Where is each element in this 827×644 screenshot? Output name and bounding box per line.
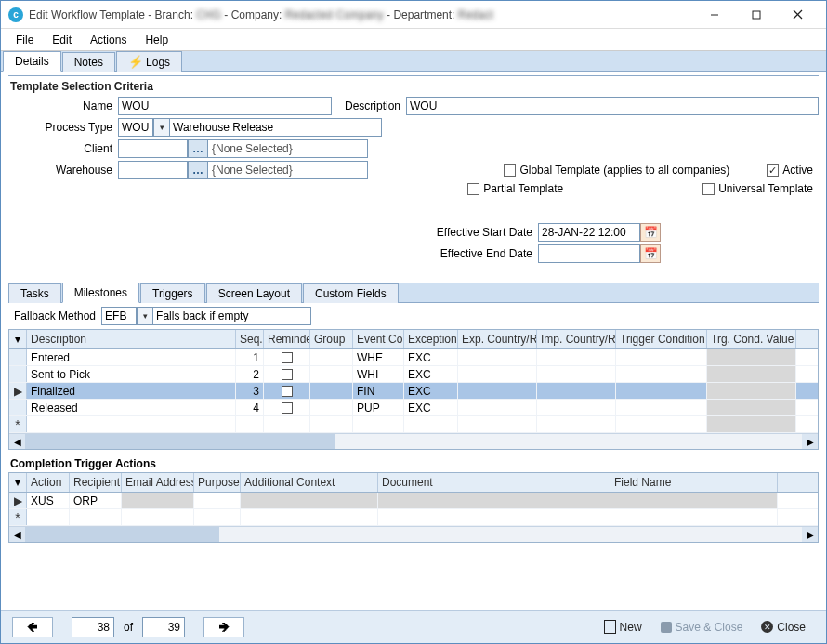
col-document[interactable]: Document	[378, 473, 610, 492]
cta-grid-corner-menu[interactable]: ▾	[9, 473, 27, 492]
warehouse-lookup-button[interactable]: …	[188, 161, 208, 179]
cell-trigger-condition[interactable]	[616, 383, 707, 399]
milestones-hscroll[interactable]: ◀ ▶	[9, 433, 818, 449]
cta-scroll-right-button[interactable]: ▶	[802, 527, 818, 543]
cell-exp-country[interactable]	[458, 416, 537, 432]
col-trg-cond-value[interactable]: Trg. Cond. Value	[707, 330, 796, 348]
cell-trigger-condition[interactable]	[616, 366, 707, 382]
milestone-row[interactable]: Entered1WHEEXC	[9, 349, 818, 366]
milestone-new-row[interactable]: *	[9, 416, 818, 433]
cell-imp-country[interactable]	[537, 349, 616, 365]
process-type-dropdown[interactable]: ▾	[153, 118, 170, 137]
col-group[interactable]: Group	[310, 330, 353, 348]
cell-event-code[interactable]: FIN	[353, 383, 404, 399]
cell-purpose[interactable]	[194, 493, 241, 508]
col-additional-context[interactable]: Additional Context	[241, 473, 378, 492]
cell-trg-cond-value[interactable]	[707, 349, 796, 365]
col-exp-country[interactable]: Exp. Country/R	[458, 330, 537, 348]
scroll-left-button[interactable]: ◀	[9, 434, 25, 450]
tab-details[interactable]: Details	[3, 51, 61, 72]
reminder-checkbox[interactable]	[282, 402, 293, 414]
tab-screen-layout[interactable]: Screen Layout	[206, 283, 302, 303]
cell-seq[interactable]: 4	[236, 400, 264, 415]
name-input[interactable]	[118, 97, 332, 115]
eff-start-input[interactable]	[538, 223, 640, 242]
description-input[interactable]	[406, 97, 819, 115]
cell-reminder[interactable]	[264, 400, 310, 415]
cell-trigger-condition[interactable]	[616, 416, 707, 432]
row-indicator[interactable]	[9, 349, 27, 365]
eff-end-calendar-button[interactable]: 📅	[640, 244, 661, 263]
menu-help[interactable]: Help	[136, 31, 177, 49]
cell-reminder[interactable]	[264, 349, 310, 365]
row-indicator[interactable]: ▶	[9, 383, 27, 399]
cell-event-code[interactable]: PUP	[353, 400, 404, 415]
cell-email[interactable]	[122, 493, 194, 508]
col-field-name[interactable]: Field Name	[610, 473, 778, 492]
cell-field-name[interactable]	[610, 509, 778, 525]
cell-group[interactable]	[310, 349, 353, 365]
close-window-button[interactable]	[777, 2, 819, 28]
cell-description[interactable]: Released	[27, 400, 236, 415]
cell-exception[interactable]	[404, 416, 458, 432]
col-event-code[interactable]: Event Co	[353, 330, 404, 348]
reminder-checkbox[interactable]	[282, 352, 293, 363]
next-record-button[interactable]: 🡺	[203, 617, 244, 637]
row-indicator[interactable]	[9, 400, 27, 415]
reminder-checkbox[interactable]	[282, 386, 293, 397]
cell-group[interactable]	[310, 400, 353, 415]
active-checkbox[interactable]	[767, 164, 779, 177]
tab-logs[interactable]: ⚡Logs	[116, 51, 182, 72]
cell-trigger-condition[interactable]	[616, 349, 707, 365]
client-input[interactable]	[118, 139, 188, 158]
cell-event-code[interactable]: WHE	[353, 349, 404, 365]
client-lookup-button[interactable]: …	[188, 139, 208, 158]
row-indicator[interactable]	[9, 366, 27, 382]
tab-notes[interactable]: Notes	[62, 52, 115, 72]
eff-start-calendar-button[interactable]: 📅	[640, 223, 661, 242]
cell-additional-context[interactable]	[241, 509, 378, 525]
cell-exception[interactable]: EXC	[404, 366, 458, 382]
new-row-indicator[interactable]: *	[9, 416, 27, 432]
cell-seq[interactable]	[236, 416, 264, 432]
tab-triggers[interactable]: Triggers	[140, 283, 205, 303]
cta-scroll-thumb[interactable]	[25, 527, 219, 542]
cta-new-row[interactable]: *	[9, 509, 818, 526]
cell-group[interactable]	[310, 383, 353, 399]
cell-imp-country[interactable]	[537, 383, 616, 399]
menu-file[interactable]: File	[7, 31, 43, 49]
milestone-row[interactable]: Sent to Pick2WHIEXC	[9, 366, 818, 383]
cta-hscroll[interactable]: ◀ ▶	[9, 526, 818, 542]
cell-additional-context[interactable]	[241, 493, 378, 508]
col-action[interactable]: Action	[27, 473, 70, 492]
save-close-button[interactable]: Save & Close	[651, 618, 753, 637]
cell-document[interactable]	[378, 509, 610, 525]
tab-milestones[interactable]: Milestones	[62, 283, 139, 303]
cell-seq[interactable]: 3	[236, 383, 264, 399]
cell-reminder[interactable]	[264, 416, 310, 432]
cell-imp-country[interactable]	[537, 416, 616, 432]
col-reminder[interactable]: Reminder	[264, 330, 310, 348]
fallback-dropdown[interactable]: ▾	[137, 307, 153, 325]
global-template-checkbox[interactable]	[504, 164, 516, 177]
cell-event-code[interactable]	[353, 416, 404, 432]
cell-trg-cond-value[interactable]	[707, 400, 796, 415]
close-button[interactable]: ✕ Close	[752, 618, 815, 637]
cell-exp-country[interactable]	[458, 349, 537, 365]
cell-trg-cond-value[interactable]	[707, 416, 796, 432]
universal-template-checkbox[interactable]	[702, 183, 715, 195]
cell-event-code[interactable]: WHI	[353, 366, 404, 382]
tab-tasks[interactable]: Tasks	[8, 283, 61, 303]
cell-document[interactable]	[378, 493, 610, 508]
cell-imp-country[interactable]	[537, 366, 616, 382]
cell-trg-cond-value[interactable]	[707, 366, 796, 382]
cell-group[interactable]	[310, 366, 353, 382]
partial-template-checkbox[interactable]	[467, 183, 479, 195]
cell-group[interactable]	[310, 416, 353, 432]
cell-description[interactable]: Entered	[27, 349, 236, 365]
col-purpose[interactable]: Purpose	[194, 473, 241, 492]
reminder-checkbox[interactable]	[282, 369, 293, 380]
menu-edit[interactable]: Edit	[43, 31, 81, 49]
cell-exception[interactable]: EXC	[404, 400, 458, 415]
cell-email[interactable]	[122, 509, 194, 525]
